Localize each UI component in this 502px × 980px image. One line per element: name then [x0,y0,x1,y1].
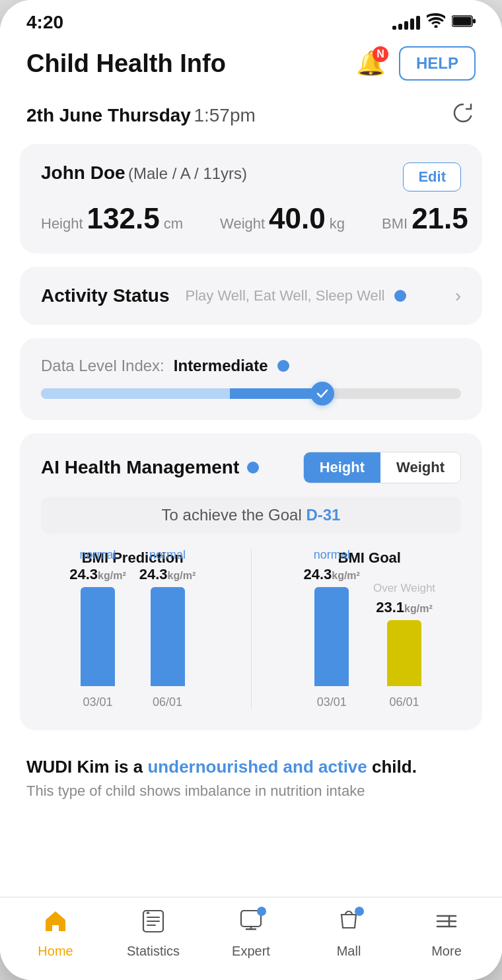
status-bar: 4:20 [0,0,502,40]
nav-label-expert: Expert [232,944,270,959]
header-actions: 🔔 N HELP [354,46,476,81]
bar-3 [314,587,349,686]
nav-item-mall[interactable]: Mall [300,909,398,959]
dli-slider[interactable] [41,388,461,399]
bar-top-label-2: normal [149,548,186,562]
bar-value-4: 23.1kg/m² [376,599,433,616]
date-info: 2th June Thursday 1:57pm [26,105,256,126]
bar-top-label-4: Over Weight [373,582,435,595]
profile-name-group: John Doe (Male / A / 11yrs) [41,162,247,184]
weight-stat: Weight 40.0 kg [220,202,345,235]
refresh-icon[interactable] [450,100,476,131]
bar-top-label-3: normal [314,548,350,562]
bottom-nav: Home Statistics [0,897,502,980]
tab-weight[interactable]: Weight [380,452,460,483]
data-level-index-card: Data Level Index: Intermediate [20,338,482,420]
nav-item-more[interactable]: More [398,909,495,959]
header: Child Health Info 🔔 N HELP [0,40,502,94]
nav-item-expert[interactable]: Expert [202,909,300,959]
bmi-prediction-title: BMI Prediction [41,549,225,567]
mall-badge [355,907,364,916]
bar-col-4: Over Weight 23.1kg/m² 06/01 [373,582,435,709]
description-section: WUDI Kim is a undernourished and active … [0,744,502,806]
activity-dot [394,290,406,302]
height-stat: Height 132.5 cm [41,202,183,235]
mall-icon [338,909,360,938]
tab-height[interactable]: Height [304,452,380,483]
battery-icon [452,14,476,31]
bar-date-3: 03/01 [317,695,347,709]
bar-date-4: 06/01 [389,695,419,709]
nav-label-mall: Mall [337,944,361,959]
bar-date-2: 06/01 [153,695,182,709]
chevron-right-icon: › [455,285,461,306]
dli-dot [277,360,289,372]
activity-subtitle: Play Well, Eat Well, Sleep Well [186,287,385,304]
tab-group: Height Weight [303,452,461,483]
bmi-value: 21.5 [412,202,468,235]
chart-divider [251,549,252,709]
description-main: WUDI Kim is a undernourished and active … [26,757,476,777]
weight-value: 40.0 [269,202,326,235]
phone-container: 4:20 Child Health Info 🔔 [0,0,502,980]
nav-label-statistics: Statistics [127,944,180,959]
ai-title-row: AI Health Management [41,457,259,478]
chart-section: BMI Prediction normal 24.3kg/m² 03/01 no… [41,549,461,709]
height-value: 132.5 [87,202,160,235]
bar-top-label-1: normal [79,548,116,562]
ai-header: AI Health Management Height Weight [41,452,461,483]
activity-left: Activity Status Play Well, Eat Well, Sle… [41,285,406,306]
height-label: Height [41,215,83,232]
bmi-prediction-bars: normal 24.3kg/m² 03/01 normal 24.3kg/m² … [41,577,225,709]
dli-row: Data Level Index: Intermediate [41,357,461,375]
bar-2 [151,587,185,686]
statistics-icon [142,909,164,938]
goal-text: To achieve the Goal [162,506,302,524]
profile-card: John Doe (Male / A / 11yrs) Edit Height … [20,144,482,254]
nav-label-home: Home [38,944,73,959]
scrollable-content: Child Health Info 🔔 N HELP 2th June Thur… [0,40,502,980]
ai-dot [247,462,259,473]
expert-icon [240,909,262,938]
desc-highlight: undernourished and active [147,757,367,777]
bmi-label: BMI [382,215,408,232]
bar-col-1: normal 24.3kg/m² 03/01 [69,548,126,709]
nav-label-more: More [431,944,462,959]
time-value: 1:57pm [194,105,255,125]
height-unit: cm [164,215,183,232]
notification-bell[interactable]: 🔔 N [354,46,388,81]
profile-meta: (Male / A / 11yrs) [128,164,247,182]
bar-date-1: 03/01 [83,695,112,709]
signal-bars-icon [392,15,420,30]
more-icon [435,909,458,938]
activity-status-card[interactable]: Activity Status Play Well, Eat Well, Sle… [20,267,482,325]
bar-col-2: normal 24.3kg/m² 06/01 [139,548,196,709]
date-row: 2th June Thursday 1:57pm [0,94,502,144]
goal-days: D-31 [306,506,340,524]
slider-fill-light [41,388,230,399]
profile-name: John Doe [41,162,126,183]
goal-banner: To achieve the Goal D-31 [41,497,461,534]
edit-button[interactable]: Edit [403,162,461,192]
bmi-goal-bars: normal 24.3kg/m² 03/01 Over Weight 23.1k… [278,577,462,709]
description-sub: This type of child shows imbalance in nu… [26,783,476,800]
ai-title: AI Health Management [41,457,239,478]
wifi-icon [427,13,445,32]
profile-row: John Doe (Male / A / 11yrs) Edit [41,162,461,192]
dli-label: Data Level Index: [41,357,164,375]
dli-value: Intermediate [174,357,268,375]
slider-fill-dark [230,388,322,399]
slider-thumb[interactable] [310,382,334,405]
svg-rect-1 [453,17,472,26]
bmi-stat: BMI 21.5 [382,202,468,235]
bmi-goal-group: BMI Goal normal 24.3kg/m² 03/01 Over Wei… [278,549,462,709]
ai-health-card: AI Health Management Height Weight To ac… [20,433,482,730]
stats-row: Height 132.5 cm Weight 40.0 kg BMI 21.5 [41,202,461,235]
nav-item-statistics[interactable]: Statistics [104,909,202,959]
nav-item-home[interactable]: Home [7,909,104,959]
bar-value-1: 24.3kg/m² [69,566,126,583]
help-button[interactable]: HELP [399,46,476,81]
bar-value-3: 24.3kg/m² [303,566,360,583]
status-time: 4:20 [26,12,63,33]
activity-title: Activity Status [41,285,170,306]
